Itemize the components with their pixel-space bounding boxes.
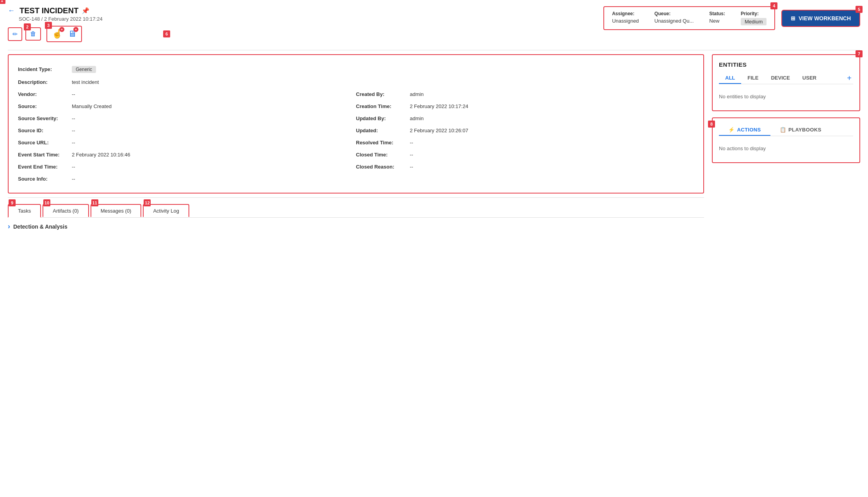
asset-plus-badge: + bbox=[73, 27, 78, 32]
detection-analysis-row[interactable]: › Detection & Analysis bbox=[8, 218, 704, 235]
closed-time-label: Closed Time: bbox=[356, 152, 407, 158]
creation-time-row: Creation Time: 2 February 2022 10:17:24 bbox=[356, 100, 694, 112]
edit-icon: ✏ bbox=[12, 30, 18, 38]
priority-label: Priority: bbox=[741, 11, 767, 16]
assignee-field: Assignee: Unassigned bbox=[612, 11, 639, 24]
annotation-9: 9 bbox=[9, 199, 16, 206]
assignee-label: Assignee: bbox=[612, 11, 639, 16]
source-value: Manually Created bbox=[72, 103, 112, 109]
queue-field: Queue: Unassigned Qu... bbox=[655, 11, 694, 24]
incident-type-label: Incident Type: bbox=[18, 66, 69, 72]
content-divider bbox=[8, 197, 704, 198]
created-by-label: Created By: bbox=[356, 91, 407, 97]
updated-value: 2 February 2022 10:26:07 bbox=[410, 128, 468, 133]
tab-actions[interactable]: ⚡ ACTIONS bbox=[719, 124, 770, 136]
priority-badge: Medium bbox=[741, 18, 767, 25]
closed-reason-row: Closed Reason: -- bbox=[356, 161, 694, 173]
resolved-time-label: Resolved Time: bbox=[356, 140, 407, 146]
no-entities-message: No entities to display bbox=[719, 89, 853, 104]
tabs-row: 9 Tasks 10 Artifacts (0) 11 Messages (0) bbox=[8, 204, 704, 218]
incident-type-row: Incident Type: Generic bbox=[18, 63, 694, 76]
source-id-row: Source ID: -- bbox=[18, 124, 356, 137]
event-end-value: -- bbox=[72, 164, 75, 170]
source-id-label: Source ID: bbox=[18, 128, 69, 133]
event-end-label: Event End Time: bbox=[18, 164, 69, 170]
status-label: Status: bbox=[709, 11, 725, 16]
workbench-label: VIEW WORKBENCH bbox=[799, 15, 851, 21]
tab-playbooks[interactable]: 📋 PLAYBOOKS bbox=[770, 124, 831, 136]
entity-tab-all[interactable]: ALL bbox=[719, 73, 741, 84]
view-workbench-button[interactable]: ⊞ VIEW WORKBENCH bbox=[781, 10, 860, 27]
annotation-6: 6 bbox=[163, 30, 170, 37]
source-severity-label: Source Severity: bbox=[18, 115, 69, 121]
actions-lightning-icon: ⚡ bbox=[728, 127, 735, 133]
vendor-label: Vendor: bbox=[18, 91, 69, 97]
annotation-7: 7 bbox=[856, 50, 863, 57]
metadata-box: Assignee: Unassigned Queue: Unassigned Q… bbox=[603, 6, 775, 30]
entity-tab-file[interactable]: FILE bbox=[741, 73, 765, 84]
add-asset-icon-wrapper: 🖥 + bbox=[68, 29, 76, 39]
source-severity-value: -- bbox=[72, 115, 75, 121]
incident-title: TEST INCIDENT bbox=[20, 6, 78, 15]
updated-by-label: Updated By: bbox=[356, 115, 407, 121]
source-label: Source: bbox=[18, 103, 69, 109]
source-row: Source: Manually Created bbox=[18, 100, 356, 112]
resolved-time-row: Resolved Time: -- bbox=[356, 137, 694, 149]
updated-by-value: admin bbox=[410, 115, 423, 121]
incident-type-badge: Generic bbox=[72, 66, 96, 73]
closed-reason-value: -- bbox=[410, 164, 413, 170]
playbooks-book-icon: 📋 bbox=[780, 127, 786, 133]
updated-label: Updated: bbox=[356, 128, 407, 133]
observable-plus-badge: + bbox=[59, 27, 64, 32]
status-field: Status: New bbox=[709, 11, 725, 24]
add-observable-icon-wrapper: ☝ + bbox=[52, 29, 62, 39]
closed-time-row: Closed Time: -- bbox=[356, 149, 694, 161]
entity-tab-user[interactable]: USER bbox=[796, 73, 823, 84]
incident-subtitle: SOC-148 / 2 February 2022 10:17:24 bbox=[19, 16, 103, 22]
created-by-value: admin bbox=[410, 91, 423, 97]
annotation-4: 4 bbox=[770, 2, 777, 9]
closed-reason-label: Closed Reason: bbox=[356, 164, 407, 170]
closed-time-value: -- bbox=[410, 152, 413, 158]
annotation-12: 12 bbox=[144, 199, 151, 206]
source-url-value: -- bbox=[72, 140, 75, 146]
source-id-value: -- bbox=[72, 128, 75, 133]
created-by-row: Created By: admin bbox=[356, 88, 694, 100]
entities-box: ENTITIES ALL FILE DEVICE USER + No entit… bbox=[712, 54, 860, 111]
playbooks-label: PLAYBOOKS bbox=[788, 127, 822, 133]
event-end-row: Event End Time: -- bbox=[18, 161, 356, 173]
event-start-row: Event Start Time: 2 February 2022 10:16:… bbox=[18, 149, 356, 161]
entity-tab-device[interactable]: DEVICE bbox=[765, 73, 796, 84]
annotation-8: 8 bbox=[708, 121, 715, 128]
annotation-2: 2 bbox=[24, 23, 31, 30]
detection-chevron-icon: › bbox=[8, 222, 10, 231]
priority-field: Priority: Medium bbox=[741, 11, 767, 25]
event-start-label: Event Start Time: bbox=[18, 152, 69, 158]
description-label: Description: bbox=[18, 79, 69, 85]
source-url-row: Source URL: -- bbox=[18, 137, 356, 149]
updated-row: Updated: 2 February 2022 10:26:07 bbox=[356, 124, 694, 137]
description-value: test incident bbox=[72, 79, 99, 85]
annotation-5: 5 bbox=[856, 6, 863, 13]
entity-add-button[interactable]: + bbox=[845, 74, 853, 83]
edit-button[interactable]: ✏ bbox=[8, 27, 22, 41]
details-box: Incident Type: Generic Description: test… bbox=[8, 54, 704, 193]
queue-value: Unassigned Qu... bbox=[655, 18, 694, 24]
status-value: New bbox=[709, 18, 725, 24]
entity-tabs: ALL FILE DEVICE USER + bbox=[719, 73, 853, 84]
back-button[interactable]: ← bbox=[8, 7, 15, 15]
updated-by-row: Updated By: admin bbox=[356, 112, 694, 124]
actions-tabs: ⚡ ACTIONS 📋 PLAYBOOKS bbox=[719, 124, 853, 136]
annotation-11: 11 bbox=[91, 199, 98, 206]
vendor-row: Vendor: -- bbox=[18, 88, 356, 100]
creation-time-label: Creation Time: bbox=[356, 103, 407, 109]
source-info-value: -- bbox=[72, 176, 75, 182]
vendor-value: -- bbox=[72, 91, 75, 97]
annotation-3: 3 bbox=[45, 22, 52, 29]
workbench-grid-icon: ⊞ bbox=[791, 15, 795, 21]
annotation-10: 10 bbox=[43, 199, 50, 206]
source-info-label: Source Info: bbox=[18, 176, 69, 182]
resolved-time-value: -- bbox=[410, 140, 413, 146]
source-severity-row: Source Severity: -- bbox=[18, 112, 356, 124]
description-row: Description: test incident bbox=[18, 76, 694, 88]
